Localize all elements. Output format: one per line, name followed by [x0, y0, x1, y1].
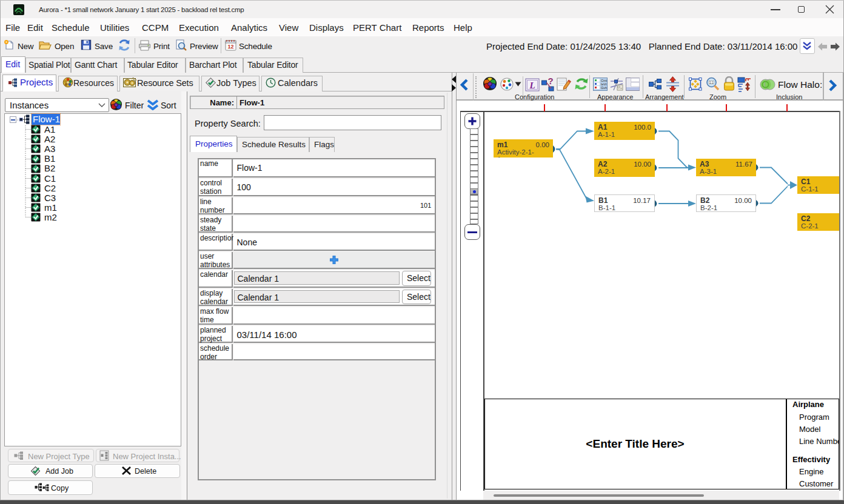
- svg-text:?: ?: [548, 78, 553, 86]
- svg-text:L: L: [529, 81, 535, 90]
- svg-text:Gvh: Gvh: [601, 86, 607, 90]
- svg-text:1:1: 1:1: [709, 81, 714, 84]
- svg-text:12: 12: [227, 44, 233, 50]
